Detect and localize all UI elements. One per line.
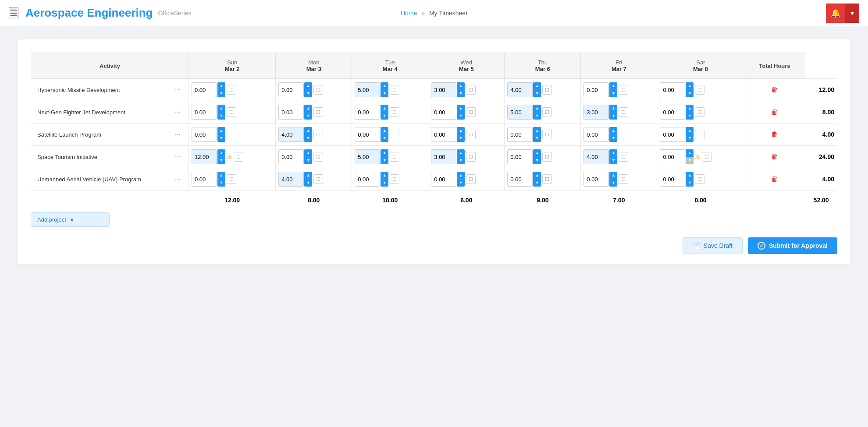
- spin-up-button[interactable]: ▲: [609, 127, 617, 134]
- hour-input[interactable]: [278, 127, 304, 142]
- hour-input[interactable]: [660, 172, 685, 187]
- hour-input[interactable]: [660, 82, 685, 97]
- note-button[interactable]: ☐: [390, 85, 399, 95]
- hour-input[interactable]: [507, 172, 533, 187]
- note-button[interactable]: ☐: [390, 152, 399, 162]
- hour-input[interactable]: [355, 149, 380, 164]
- spin-up-button[interactable]: ▲: [609, 172, 617, 179]
- note-button[interactable]: ☐: [234, 152, 243, 162]
- spin-down-button[interactable]: ▼: [686, 157, 694, 164]
- hour-input[interactable]: [583, 127, 609, 142]
- note-button[interactable]: ☐: [695, 107, 704, 117]
- spin-up-button[interactable]: ▲: [457, 127, 465, 134]
- hour-input[interactable]: [660, 105, 685, 120]
- add-project-button[interactable]: Add project ▼: [31, 212, 110, 227]
- spin-up-button[interactable]: ▲: [457, 105, 465, 112]
- note-button[interactable]: ☐: [227, 85, 236, 95]
- note-button[interactable]: ☐: [702, 152, 711, 162]
- hour-input[interactable]: [583, 82, 609, 97]
- spin-down-button[interactable]: ▼: [381, 157, 388, 164]
- note-button[interactable]: ☐: [390, 174, 399, 184]
- note-button[interactable]: ☐: [542, 107, 552, 117]
- spin-up-button[interactable]: ▲: [457, 172, 465, 179]
- note-button[interactable]: ☐: [227, 130, 236, 139]
- note-button[interactable]: ☐: [313, 152, 323, 162]
- breadcrumb-home[interactable]: Home: [401, 10, 417, 17]
- note-button[interactable]: ☐: [390, 130, 399, 139]
- delete-row-button[interactable]: 🗑: [770, 107, 779, 117]
- spin-down-button[interactable]: ▼: [609, 134, 617, 142]
- hour-input[interactable]: [583, 149, 609, 164]
- spin-down-button[interactable]: ▼: [533, 179, 541, 187]
- hour-input[interactable]: [660, 149, 685, 164]
- spin-up-button[interactable]: ▲: [686, 127, 694, 134]
- note-button[interactable]: ☐: [695, 130, 704, 139]
- spin-up-button[interactable]: ▲: [217, 172, 225, 179]
- spin-down-button[interactable]: ▼: [304, 90, 312, 97]
- spin-down-button[interactable]: ▼: [686, 90, 694, 97]
- delete-row-button[interactable]: 🗑: [770, 85, 779, 95]
- row-menu-button[interactable]: ···: [173, 130, 182, 139]
- hour-input[interactable]: [192, 105, 217, 120]
- hour-input[interactable]: [431, 82, 456, 97]
- spin-down-button[interactable]: ▼: [381, 134, 388, 142]
- delete-row-button[interactable]: 🗑: [770, 152, 779, 162]
- note-button[interactable]: ☐: [227, 107, 236, 117]
- spin-up-button[interactable]: ▲: [304, 149, 312, 157]
- spin-up-button[interactable]: ▲: [304, 127, 312, 134]
- spin-up-button[interactable]: ▲: [457, 82, 465, 90]
- note-button[interactable]: ☐: [390, 107, 399, 117]
- hour-input[interactable]: [507, 149, 533, 164]
- note-button[interactable]: ☐: [619, 85, 628, 95]
- spin-down-button[interactable]: ▼: [609, 179, 617, 187]
- spin-up-button[interactable]: ▲: [533, 149, 541, 157]
- spin-up-button[interactable]: ▲: [533, 82, 541, 90]
- hour-input[interactable]: [583, 172, 609, 187]
- hour-input[interactable]: [583, 105, 609, 120]
- spin-up-button[interactable]: ▲: [381, 149, 388, 157]
- spin-up-button[interactable]: ▲: [381, 172, 388, 179]
- spin-down-button[interactable]: ▼: [217, 134, 225, 142]
- hour-input[interactable]: [431, 127, 456, 142]
- spin-up-button[interactable]: ▲: [609, 105, 617, 112]
- spin-up-button[interactable]: ▲: [381, 105, 388, 112]
- spin-down-button[interactable]: ▼: [457, 112, 465, 120]
- hour-input[interactable]: [192, 149, 217, 164]
- hour-input[interactable]: [507, 127, 533, 142]
- note-button[interactable]: ☐: [695, 174, 704, 184]
- hour-input[interactable]: [507, 82, 533, 97]
- spin-up-button[interactable]: ▲: [217, 149, 225, 157]
- hour-input[interactable]: [507, 105, 533, 120]
- spin-up-button[interactable]: ▲: [217, 105, 225, 112]
- row-menu-button[interactable]: ···: [173, 174, 182, 184]
- note-button[interactable]: ☐: [313, 85, 323, 95]
- spin-up-button[interactable]: ▲: [457, 149, 465, 157]
- spin-up-button[interactable]: ▲: [533, 172, 541, 179]
- note-button[interactable]: ☐: [466, 130, 476, 139]
- note-button[interactable]: ☐: [466, 85, 476, 95]
- spin-down-button[interactable]: ▼: [686, 134, 694, 142]
- spin-up-button[interactable]: ▲: [686, 82, 694, 90]
- spin-down-button[interactable]: ▼: [609, 112, 617, 120]
- spin-down-button[interactable]: ▼: [533, 112, 541, 120]
- note-button[interactable]: ☐: [619, 152, 628, 162]
- spin-down-button[interactable]: ▼: [217, 90, 225, 97]
- notification-button[interactable]: 🔔: [826, 4, 845, 23]
- save-draft-button[interactable]: 📄 Save Draft: [683, 237, 743, 254]
- submit-approval-button[interactable]: ✓ Submit for Approval: [748, 237, 837, 254]
- hamburger-button[interactable]: ☰: [9, 7, 18, 19]
- spin-down-button[interactable]: ▼: [609, 90, 617, 97]
- spin-up-button[interactable]: ▲: [609, 149, 617, 157]
- spin-down-button[interactable]: ▼: [304, 157, 312, 164]
- spin-down-button[interactable]: ▼: [304, 179, 312, 187]
- hour-input[interactable]: [278, 82, 304, 97]
- spin-up-button[interactable]: ▲: [686, 105, 694, 112]
- spin-down-button[interactable]: ▼: [533, 157, 541, 164]
- spin-up-button[interactable]: ▲: [686, 172, 694, 179]
- delete-row-button[interactable]: 🗑: [770, 174, 779, 184]
- spin-down-button[interactable]: ▼: [304, 112, 312, 120]
- spin-down-button[interactable]: ▼: [457, 179, 465, 187]
- spin-down-button[interactable]: ▼: [217, 112, 225, 120]
- spin-down-button[interactable]: ▼: [457, 157, 465, 164]
- spin-up-button[interactable]: ▲: [533, 127, 541, 134]
